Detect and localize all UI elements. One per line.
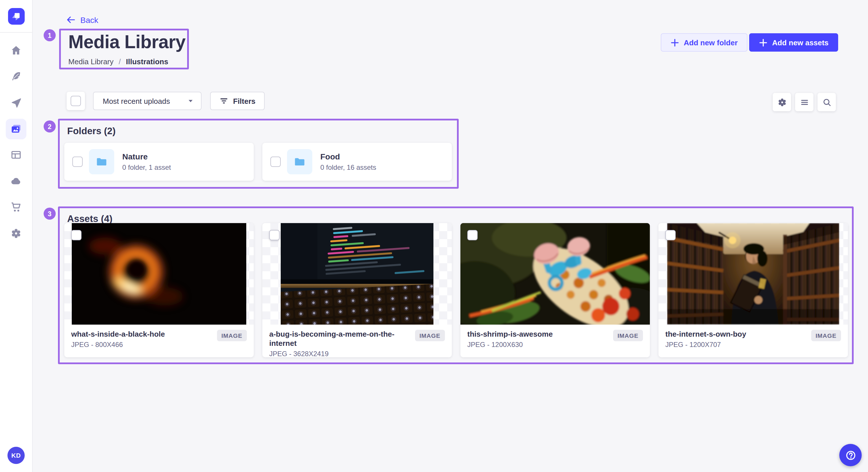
annotation-box-folders: Folders (2) Nature 0 folder, 1 asset	[58, 119, 459, 189]
folders-row: Nature 0 folder, 1 asset Food 0 folder, …	[64, 143, 452, 181]
asset-thumbnail	[64, 223, 254, 325]
asset-footer: this-shrimp-is-awesome JPEG - 1200X630 I…	[460, 325, 650, 349]
media-library-icon	[10, 123, 22, 135]
asset-type-badge: IMAGE	[415, 330, 445, 341]
folder-text: Nature 0 folder, 1 asset	[122, 152, 171, 171]
folders-heading: Folders (2)	[67, 126, 116, 136]
sidebar-item-home[interactable]	[6, 40, 26, 61]
asset-card-laptop-code[interactable]: a-bug-is-becoming-a-meme-on-the-internet…	[262, 223, 452, 357]
add-new-assets-label: Add new assets	[772, 38, 829, 47]
sort-select[interactable]: Most recent uploads	[93, 92, 202, 110]
strapi-logo[interactable]	[8, 8, 24, 24]
asset-meta: JPEG - 1200X630	[467, 341, 643, 349]
asset-card-shrimp[interactable]: this-shrimp-is-awesome JPEG - 1200X630 I…	[460, 223, 650, 357]
asset-checkbox[interactable]	[665, 230, 676, 240]
asset-thumbnail	[460, 223, 650, 325]
back-arrow-icon	[65, 15, 75, 25]
cloud-icon	[10, 175, 22, 187]
user-avatar[interactable]: KD	[7, 447, 25, 464]
folder-meta: 0 folder, 16 assets	[320, 164, 376, 171]
paper-plane-icon	[10, 97, 22, 108]
list-view-button[interactable]	[795, 93, 813, 111]
asset-meta: JPEG - 800X466	[71, 341, 247, 349]
sidebar-item-settings[interactable]	[6, 223, 26, 244]
folder-card-nature[interactable]: Nature 0 folder, 1 asset	[64, 143, 254, 181]
back-link[interactable]: Back	[65, 15, 98, 25]
asset-checkbox[interactable]	[467, 230, 477, 240]
annotation-box-assets: Assets (4)	[58, 206, 854, 364]
asset-meta: JPEG - 3628X2419	[269, 350, 445, 357]
sort-select-value: Most recent uploads	[103, 97, 170, 105]
plus-icon	[759, 38, 768, 47]
home-icon	[10, 45, 22, 56]
asset-thumbnail	[262, 223, 452, 325]
asset-type-badge: IMAGE	[217, 330, 247, 341]
asset-type-badge: IMAGE	[613, 330, 643, 341]
annotation-step-2: 2	[43, 121, 56, 133]
strapi-logo-icon	[8, 8, 24, 24]
folder-text: Food 0 folder, 16 assets	[320, 152, 376, 171]
assets-heading: Assets (4)	[67, 213, 113, 224]
logo-section	[0, 0, 32, 33]
breadcrumb-parent[interactable]: Media Library	[68, 57, 114, 66]
filters-button[interactable]: Filters	[210, 92, 265, 110]
asset-meta: JPEG - 1200X707	[665, 341, 841, 349]
folder-card-food[interactable]: Food 0 folder, 16 assets	[262, 143, 452, 181]
asset-footer: the-internet-s-own-boy JPEG - 1200X707 I…	[658, 325, 848, 349]
asset-thumbnail-art	[667, 223, 839, 325]
sidebar-item-marketplace[interactable]	[6, 197, 26, 217]
annotation-step-3: 3	[43, 208, 56, 220]
gear-icon	[777, 97, 787, 107]
add-new-folder-button[interactable]: Add new folder	[661, 33, 747, 52]
help-button[interactable]	[839, 444, 862, 466]
search-icon	[822, 97, 832, 107]
add-new-assets-button[interactable]: Add new assets	[749, 33, 838, 52]
asset-thumbnail-art	[281, 223, 433, 325]
gear-icon	[10, 228, 22, 239]
asset-checkbox[interactable]	[71, 230, 82, 240]
feather-icon	[10, 71, 22, 82]
folder-icon	[294, 156, 305, 167]
folder-meta: 0 folder, 1 asset	[122, 164, 171, 171]
annotation-step-1: 1	[43, 29, 56, 41]
asset-footer: a-bug-is-becoming-a-meme-on-the-internet…	[262, 325, 452, 357]
breadcrumb-current: Illustrations	[126, 57, 168, 66]
layout-icon	[10, 149, 22, 161]
sidebar-item-content-writing[interactable]	[6, 66, 26, 87]
sidebar: KD	[0, 0, 33, 472]
breadcrumb: Media Library / Illustrations	[68, 57, 168, 66]
sidebar-item-deploy[interactable]	[6, 171, 26, 192]
search-button[interactable]	[817, 93, 836, 111]
view-settings-button[interactable]	[773, 93, 791, 111]
folder-checkbox[interactable]	[270, 157, 281, 167]
folder-checkbox[interactable]	[72, 157, 83, 167]
assets-row: what-s-inside-a-black-hole JPEG - 800X46…	[64, 223, 848, 357]
media-library-page: KD Back 1 Media Library Media Library / …	[0, 0, 868, 472]
sidebar-item-media-library[interactable]	[6, 119, 26, 139]
asset-checkbox[interactable]	[269, 230, 280, 240]
annotation-box-title: Media Library Media Library / Illustrati…	[59, 29, 189, 69]
select-all-container	[67, 92, 85, 110]
asset-footer: what-s-inside-a-black-hole JPEG - 800X46…	[64, 325, 254, 349]
chevron-down-icon	[187, 98, 194, 104]
question-mark-icon	[844, 449, 857, 461]
asset-card-library[interactable]: the-internet-s-own-boy JPEG - 1200X707 I…	[658, 223, 848, 357]
asset-card-black-hole[interactable]: what-s-inside-a-black-hole JPEG - 800X46…	[64, 223, 254, 357]
sidebar-item-content-type-builder[interactable]	[6, 144, 26, 165]
folder-name: Food	[320, 152, 376, 161]
folder-tile	[287, 149, 312, 174]
asset-thumbnail-art	[460, 223, 650, 325]
asset-thumbnail-art	[72, 223, 246, 325]
filter-icon	[219, 96, 228, 105]
breadcrumb-separator: /	[119, 57, 121, 66]
shopping-cart-icon	[10, 201, 22, 213]
asset-thumbnail	[658, 223, 848, 325]
folder-name: Nature	[122, 152, 171, 161]
back-label: Back	[81, 15, 98, 24]
sidebar-item-release[interactable]	[6, 92, 26, 113]
plus-icon	[671, 38, 679, 47]
list-icon	[799, 97, 809, 107]
add-new-folder-label: Add new folder	[684, 38, 738, 47]
folder-icon	[96, 156, 107, 167]
select-all-checkbox[interactable]	[71, 96, 81, 106]
